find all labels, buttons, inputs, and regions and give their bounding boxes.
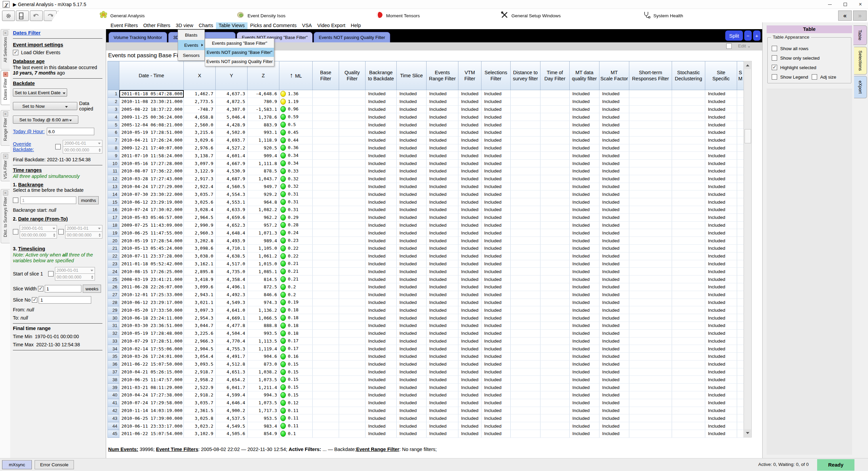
cell-shortterm[interactable] (629, 252, 672, 260)
cell-vtm[interactable]: Included (458, 206, 481, 213)
cell-eventsrange[interactable]: Included (427, 291, 458, 299)
left-tab-vsa-filter[interactable]: ✕VSA Filter (1, 152, 10, 181)
cell-site[interactable]: Included (705, 105, 737, 113)
cell-z[interactable]: 1,717.3 (248, 407, 279, 414)
cell-ml[interactable]: 0.2 (279, 283, 313, 291)
cell-distance[interactable] (511, 291, 540, 299)
menu-help[interactable]: Help (348, 22, 364, 29)
column-header-ml[interactable]: ↑ML (279, 61, 313, 90)
cell-shortterm[interactable] (629, 291, 672, 299)
cell-stochastic[interactable] (672, 121, 705, 129)
cell-timeslice[interactable]: Included (397, 167, 427, 175)
cell-mtscale[interactable]: Included (599, 98, 629, 105)
cell-base[interactable] (313, 244, 339, 252)
cell-stochastic[interactable] (672, 160, 705, 167)
cell-datetime[interactable]: 2011-06-22 15:07:50.000 (119, 360, 184, 368)
cell-z[interactable]: 953.5 (248, 414, 279, 422)
tab-moment-tensors[interactable]: Moment Tensors (329, 9, 466, 22)
cell-timeofday[interactable] (540, 183, 570, 190)
cell-timeofday[interactable] (540, 407, 570, 414)
cell-shortterm[interactable] (629, 175, 672, 183)
cell-z[interactable]: 962.2 (248, 213, 279, 221)
cell-datetime[interactable]: 2010-06-12 23:29:19.000 (119, 198, 184, 206)
cell-base[interactable] (313, 329, 339, 337)
cell-quality[interactable] (339, 275, 366, 283)
cell-mtdata[interactable]: Included (570, 376, 599, 384)
cell-y[interactable]: 4,599.4 (216, 391, 248, 399)
cell-datetime[interactable]: 2010-12-01 17:25:33.000 (119, 291, 184, 299)
cell-quality[interactable] (339, 136, 366, 144)
cell-x[interactable]: 2,922.4 (184, 183, 216, 190)
cell-stochastic[interactable] (672, 322, 705, 329)
cell-distance[interactable] (511, 144, 540, 152)
cell-z[interactable]: 993.5 (248, 329, 279, 337)
cell-clip[interactable] (737, 128, 744, 136)
cell-site[interactable]: Included (705, 206, 737, 213)
menu-picks-and-comments[interactable]: Picks and Comments (248, 22, 299, 29)
cell-mtdata[interactable]: Included (570, 113, 599, 121)
cell-x[interactable]: 3,098.6 (184, 244, 216, 252)
cell-clip[interactable] (737, 198, 744, 206)
checkbox[interactable] (772, 55, 777, 61)
cell-mtscale[interactable]: Included (599, 414, 629, 422)
vertical-scroll-thumb[interactable] (745, 129, 751, 143)
cell-base[interactable] (313, 152, 339, 160)
cell-mtdata[interactable]: Included (570, 98, 599, 105)
menu-item-events[interactable]: Events (178, 40, 204, 50)
cell-timeofday[interactable] (540, 152, 570, 160)
cell-mtdata[interactable]: Included (570, 183, 599, 190)
cell-quality[interactable] (339, 175, 366, 183)
cell-timeofday[interactable] (540, 360, 570, 368)
cell-mtdata[interactable]: Included (570, 430, 599, 438)
cell-backrange[interactable]: Included (366, 368, 397, 376)
cell-y[interactable]: 4,648.4 (216, 229, 248, 237)
row-number[interactable]: 31 (108, 322, 119, 329)
cell-base[interactable] (313, 160, 339, 167)
cell-z[interactable]: 994.3 (248, 391, 279, 399)
cell-selections[interactable]: Included (481, 221, 511, 229)
menu-other-filters[interactable]: Other Filters (141, 22, 173, 29)
cell-eventsrange[interactable]: Included (427, 105, 458, 113)
cell-mtscale[interactable]: Included (599, 322, 629, 329)
cell-timeslice[interactable]: Included (397, 368, 427, 376)
cell-x[interactable]: 3,215.6 (184, 128, 216, 136)
cell-shortterm[interactable] (629, 113, 672, 121)
row-number[interactable]: 1 (108, 90, 119, 98)
cell-datetime[interactable]: 2010-06-25 11:47:55.000 (119, 229, 184, 237)
cell-clip[interactable] (737, 105, 744, 113)
cell-base[interactable] (313, 128, 339, 136)
cell-quality[interactable] (339, 121, 366, 129)
cell-shortterm[interactable] (629, 98, 672, 105)
cell-selections[interactable]: Included (481, 144, 511, 152)
cell-quality[interactable] (339, 391, 366, 399)
cell-site[interactable]: Included (705, 391, 737, 399)
cell-z[interactable]: 814.5 (248, 275, 279, 283)
cell-backrange[interactable]: Included (366, 260, 397, 268)
cell-mtdata[interactable]: Included (570, 206, 599, 213)
cell-y[interactable]: 4,505.6 (216, 430, 248, 438)
cell-mtdata[interactable]: Included (570, 221, 599, 229)
cell-distance[interactable] (511, 391, 540, 399)
backrange-input[interactable] (20, 197, 76, 204)
cell-y[interactable]: 4,651.3 (216, 368, 248, 376)
cell-clip[interactable] (737, 306, 744, 314)
cell-eventsrange[interactable]: Included (427, 213, 458, 221)
today-hour-input[interactable] (47, 128, 94, 135)
row-number[interactable]: 22 (108, 252, 119, 260)
cell-distance[interactable] (511, 322, 540, 329)
cell-mtdata[interactable]: Included (570, 128, 599, 136)
cell-mtscale[interactable]: Included (599, 368, 629, 376)
cell-y[interactable]: 4,477.8 (216, 322, 248, 329)
cell-shortterm[interactable] (629, 167, 672, 175)
cell-shortterm[interactable] (629, 299, 672, 306)
tab-general-setup-windows[interactable]: General Setup Windows (463, 9, 598, 22)
cell-timeslice[interactable]: Included (397, 399, 427, 407)
cell-vtm[interactable]: Included (458, 160, 481, 167)
cell-clip[interactable] (737, 337, 744, 345)
cell-distance[interactable] (511, 314, 540, 322)
cell-eventsrange[interactable]: Included (427, 121, 458, 129)
slice-width-checkbox[interactable] (38, 286, 43, 291)
cell-backrange[interactable]: Included (366, 90, 397, 98)
cell-ml[interactable]: 0.11 (279, 407, 313, 414)
cell-mtdata[interactable]: Included (570, 299, 599, 306)
